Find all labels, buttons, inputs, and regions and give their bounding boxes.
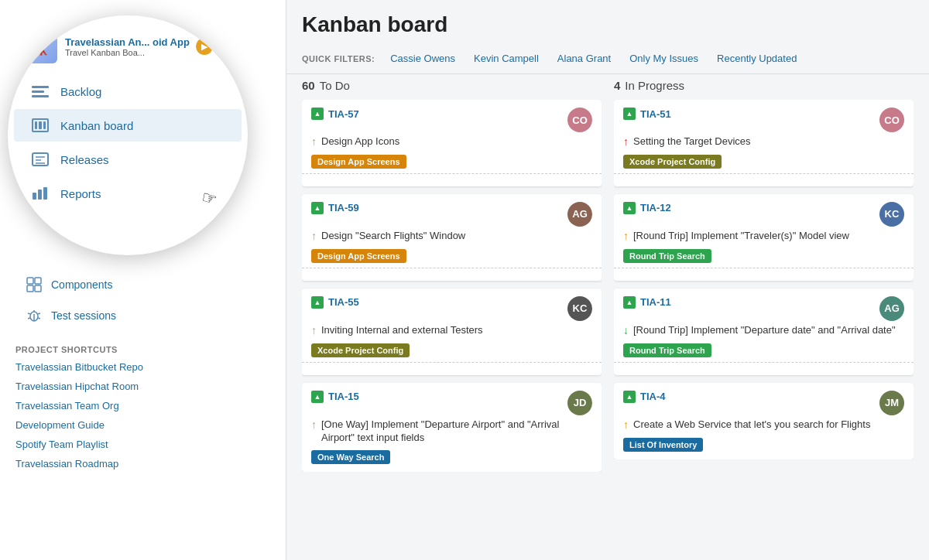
card-tia15[interactable]: ▲ TIA-15 JD ↑ [One Way] Implement "Depar… xyxy=(302,383,602,473)
svg-line-16 xyxy=(38,318,40,319)
sidebar-item-reports[interactable]: Reports xyxy=(14,177,242,210)
card-title: [Round Trip] Implement "Traveler(s)" Mod… xyxy=(633,230,849,243)
svg-line-14 xyxy=(38,313,40,314)
board-title: Kanban board xyxy=(302,12,914,37)
avatar-img: KC xyxy=(567,296,592,321)
avatar-img: KC xyxy=(879,202,904,227)
card-tia55[interactable]: ▲ TIA-55 KC ↑ Inviting Internal and exte… xyxy=(302,289,602,375)
sidebar-item-backlog[interactable]: Backlog xyxy=(14,75,242,108)
board-header: Kanban board xyxy=(286,0,929,43)
sidebar-item-releases[interactable]: Releases xyxy=(14,143,242,176)
card-title: Design "Search Flights" Window xyxy=(321,230,465,243)
card-tag: Xcode Project Config xyxy=(623,155,722,169)
test-sessions-label: Test sessions xyxy=(51,309,116,322)
reports-label: Reports xyxy=(60,187,101,200)
story-icon: ▲ xyxy=(623,296,636,309)
sidebar-title-group: Travelassian An... oid App Travel Kanban… xyxy=(65,36,190,57)
card-top: ▲ TIA-57 CO xyxy=(311,108,592,132)
card-title-row: ↓ [Round Trip] Implement "Departure date… xyxy=(623,324,904,337)
card-tia59[interactable]: ▲ TIA-59 AG ↑ Design "Search Flights" Wi… xyxy=(302,194,602,281)
card-top: ▲ TIA-51 CO xyxy=(623,108,904,132)
card-tia57[interactable]: ▲ TIA-57 CO ↑ Design App Icons Design Ap… xyxy=(302,100,602,186)
priority-icon: ↑ xyxy=(311,324,317,336)
card-id-row: ▲ TIA-57 xyxy=(311,108,359,120)
card-tia4[interactable]: ▲ TIA-4 JM ↑ Create a Web Service that l… xyxy=(614,383,914,459)
card-title: Create a Web Service that let's you sear… xyxy=(633,418,870,432)
shortcut-0[interactable]: Travelassian Bitbucket Repo xyxy=(9,357,276,377)
kanban-label: Kanban board xyxy=(60,119,133,132)
card-id-row: ▲ TIA-51 xyxy=(623,108,671,120)
shortcut-4[interactable]: Spotify Team Playlist xyxy=(9,435,276,454)
card-id-row: ▲ TIA-4 xyxy=(623,391,666,403)
card-avatar: CO xyxy=(879,108,904,132)
priority-icon: ↑ xyxy=(623,230,629,242)
card-title-row: ↑ Create a Web Service that let's you se… xyxy=(623,418,904,432)
card-avatar: JD xyxy=(567,391,592,415)
card-title-row: ↑ Inviting Internal and external Testers xyxy=(311,324,592,337)
card-id: TIA-11 xyxy=(640,296,671,308)
card-top: ▲ TIA-11 AG xyxy=(623,296,904,321)
card-avatar: KC xyxy=(879,202,904,227)
todo-name: To Do xyxy=(320,79,350,92)
priority-icon: ↓ xyxy=(623,324,629,336)
card-id-row: ▲ TIA-59 xyxy=(311,202,359,214)
card-top: ▲ TIA-15 JD xyxy=(311,391,592,415)
card-tag: List Of Inventory xyxy=(623,438,703,452)
card-avatar: AG xyxy=(567,202,592,227)
bug-icon xyxy=(25,306,43,325)
todo-cards: ▲ TIA-57 CO ↑ Design App Icons Design Ap… xyxy=(302,100,602,472)
svg-line-15 xyxy=(28,318,30,319)
inprogress-cards: ▲ TIA-51 CO ↑ Setting the Target Devices… xyxy=(614,100,914,459)
filter-kevin[interactable]: Kevin Campell xyxy=(471,51,542,66)
card-tia51[interactable]: ▲ TIA-51 CO ↑ Setting the Target Devices… xyxy=(614,100,914,186)
todo-count: 60 xyxy=(302,79,315,92)
card-title: Design App Icons xyxy=(321,135,399,149)
svg-line-13 xyxy=(28,313,30,314)
card-tag: Design App Screens xyxy=(311,249,406,263)
priority-icon: ↑ xyxy=(623,135,629,148)
sidebar-item-test-sessions[interactable]: Test sessions xyxy=(19,300,267,331)
filter-alana[interactable]: Alana Grant xyxy=(554,51,614,66)
card-title: [One Way] Implement "Departure Airport" … xyxy=(321,418,592,445)
filter-recently[interactable]: Recently Updated xyxy=(714,51,800,66)
card-tia12[interactable]: ▲ TIA-12 KC ↑ [Round Trip] Implement "Tr… xyxy=(614,194,914,281)
releases-label: Releases xyxy=(60,153,109,166)
shortcut-5[interactable]: Travelassian Roadmap xyxy=(9,454,276,473)
svg-rect-7 xyxy=(27,278,33,284)
sidebar-item-components[interactable]: Components xyxy=(19,269,267,300)
shortcut-1[interactable]: Travelassian Hipchat Room xyxy=(9,377,276,396)
sidebar-item-kanban[interactable]: Kanban board xyxy=(14,109,242,142)
card-id-row: ▲ TIA-12 xyxy=(623,202,671,214)
priority-icon: ↑ xyxy=(311,418,317,431)
main-content: Kanban board QUICK FILTERS: Cassie Owens… xyxy=(286,0,929,560)
svg-rect-4 xyxy=(33,193,36,200)
column-inprogress: 4 In Progress ▲ TIA-51 CO xyxy=(614,74,914,545)
card-title-row: ↑ Design App Icons xyxy=(311,135,592,149)
filter-only-my[interactable]: Only My Issues xyxy=(626,51,701,66)
card-top: ▲ TIA-4 JM xyxy=(623,391,904,415)
shortcut-3[interactable]: Development Guide xyxy=(9,415,276,435)
card-id-row: ▲ TIA-55 xyxy=(311,296,359,309)
filter-cassie[interactable]: Cassie Owens xyxy=(387,51,458,66)
card-id: TIA-59 xyxy=(328,202,359,213)
svg-rect-5 xyxy=(38,190,42,200)
avatar-img: JD xyxy=(567,391,592,415)
card-avatar: CO xyxy=(567,108,592,132)
reports-icon xyxy=(29,185,51,202)
card-tia11[interactable]: ▲ TIA-11 AG ↓ [Round Trip] Implement "De… xyxy=(614,289,914,375)
story-icon: ▲ xyxy=(311,391,324,403)
story-icon: ▲ xyxy=(623,108,636,120)
shortcut-2[interactable]: Travelassian Team Org xyxy=(9,396,276,415)
story-icon: ▲ xyxy=(311,108,324,120)
card-title: [Round Trip] Implement "Departure date" … xyxy=(633,324,896,337)
quick-filters-label: QUICK FILTERS: xyxy=(302,54,375,63)
card-id: TIA-57 xyxy=(328,108,359,120)
story-icon: ▲ xyxy=(623,202,636,214)
card-tag: One Way Search xyxy=(311,450,390,464)
card-top: ▲ TIA-59 AG xyxy=(311,202,592,227)
svg-rect-8 xyxy=(35,278,41,284)
avatar-img: CO xyxy=(879,108,904,132)
svg-rect-9 xyxy=(27,285,33,292)
svg-rect-10 xyxy=(35,285,41,292)
card-tag: Round Trip Search xyxy=(623,343,711,357)
